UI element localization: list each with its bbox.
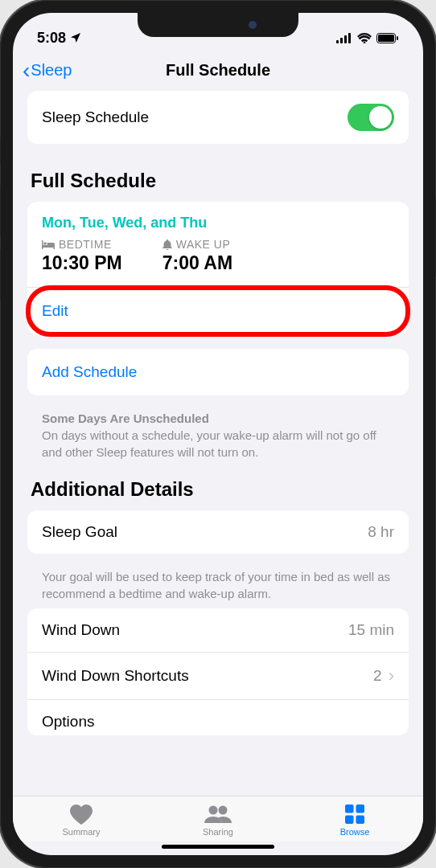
svg-rect-3	[348, 33, 351, 43]
svg-point-10	[43, 242, 47, 245]
tab-browse[interactable]: Browse	[286, 803, 423, 837]
unscheduled-body: On days without a schedule, your wake-up…	[42, 428, 376, 459]
svg-rect-8	[42, 245, 55, 248]
status-time: 5:08	[37, 30, 66, 47]
schedule-days: Mon, Tue, Wed, and Thu	[27, 202, 409, 238]
wind-down-label: Wind Down	[42, 621, 120, 639]
svg-point-13	[219, 806, 228, 815]
chevron-left-icon: ‹	[23, 59, 30, 82]
home-indicator[interactable]	[162, 845, 274, 849]
unscheduled-heading: Some Days Are Unscheduled	[42, 410, 394, 427]
bed-icon	[42, 240, 55, 249]
options-row[interactable]: Options	[27, 700, 409, 735]
svg-rect-0	[336, 40, 339, 43]
heart-icon	[70, 805, 93, 825]
svg-rect-7	[42, 240, 43, 249]
svg-rect-16	[345, 816, 354, 825]
wakeup-label: WAKE UP	[176, 238, 231, 251]
full-schedule-header: Full Schedule	[27, 158, 409, 202]
bell-icon	[162, 240, 172, 250]
wind-down-value: 15 min	[348, 621, 394, 639]
sleep-schedule-toggle[interactable]	[348, 104, 394, 131]
bedtime-label: BEDTIME	[59, 238, 112, 251]
tab-sharing-label: Sharing	[203, 827, 233, 837]
grid-icon	[345, 805, 364, 824]
people-icon	[204, 805, 232, 823]
annotation-highlight	[26, 285, 410, 337]
page-title: Full Schedule	[27, 61, 409, 80]
wifi-icon	[357, 33, 372, 43]
add-schedule-button[interactable]: Add Schedule	[27, 349, 409, 395]
svg-rect-15	[356, 805, 365, 813]
back-label: Sleep	[31, 61, 72, 80]
location-icon	[69, 31, 82, 44]
options-label: Options	[42, 713, 94, 730]
additional-details-header: Additional Details	[27, 467, 409, 510]
tab-browse-label: Browse	[340, 827, 370, 837]
svg-rect-5	[378, 35, 394, 42]
wind-down-shortcuts-value: 2	[373, 667, 382, 685]
tab-summary[interactable]: Summary	[13, 803, 150, 837]
sleep-schedule-label: Sleep Schedule	[42, 108, 149, 126]
svg-rect-6	[397, 36, 398, 40]
back-button[interactable]: ‹ Sleep	[23, 59, 72, 82]
content-scroll[interactable]: Sleep Schedule Full Schedule Mon, Tue, W…	[13, 91, 423, 796]
svg-point-12	[209, 806, 218, 815]
wakeup-column: WAKE UP 7:00 AM	[162, 238, 232, 274]
bedtime-column: BEDTIME 10:30 PM	[42, 238, 122, 274]
unscheduled-footer: Some Days Are Unscheduled On days withou…	[27, 410, 409, 467]
chevron-right-icon: ›	[389, 665, 394, 686]
sleep-goal-card: Sleep Goal 8 hr	[27, 510, 409, 554]
svg-rect-14	[345, 805, 354, 813]
svg-rect-11	[47, 243, 55, 245]
sleep-goal-value: 8 hr	[368, 523, 394, 541]
add-schedule-card: Add Schedule	[27, 349, 409, 395]
tab-bar: Summary Sharing Browse	[13, 796, 423, 841]
battery-icon	[376, 33, 399, 43]
wind-down-row[interactable]: Wind Down 15 min	[27, 608, 409, 653]
wind-down-shortcuts-row[interactable]: Wind Down Shortcuts 2 ›	[27, 653, 409, 700]
bedtime-value: 10:30 PM	[42, 252, 122, 274]
wind-down-shortcuts-label: Wind Down Shortcuts	[42, 667, 189, 685]
sleep-goal-footer: Your goal will be used to keep track of …	[27, 568, 409, 608]
nav-bar: ‹ Sleep Full Schedule	[13, 53, 423, 91]
svg-rect-17	[356, 816, 365, 825]
tab-summary-label: Summary	[62, 827, 100, 837]
wakeup-value: 7:00 AM	[162, 252, 232, 274]
svg-rect-1	[340, 38, 343, 43]
wind-down-card: Wind Down 15 min Wind Down Shortcuts 2 ›…	[27, 608, 409, 735]
signal-icon	[336, 33, 352, 43]
tab-sharing[interactable]: Sharing	[150, 803, 286, 837]
sleep-goal-label: Sleep Goal	[42, 523, 117, 541]
schedule-entry-card: Mon, Tue, Wed, and Thu BEDTIME 10:30 PM …	[27, 202, 409, 334]
sleep-goal-row[interactable]: Sleep Goal 8 hr	[27, 510, 409, 554]
sleep-schedule-card: Sleep Schedule	[27, 91, 409, 144]
edit-button[interactable]: Edit	[27, 287, 409, 334]
svg-rect-2	[344, 35, 347, 43]
